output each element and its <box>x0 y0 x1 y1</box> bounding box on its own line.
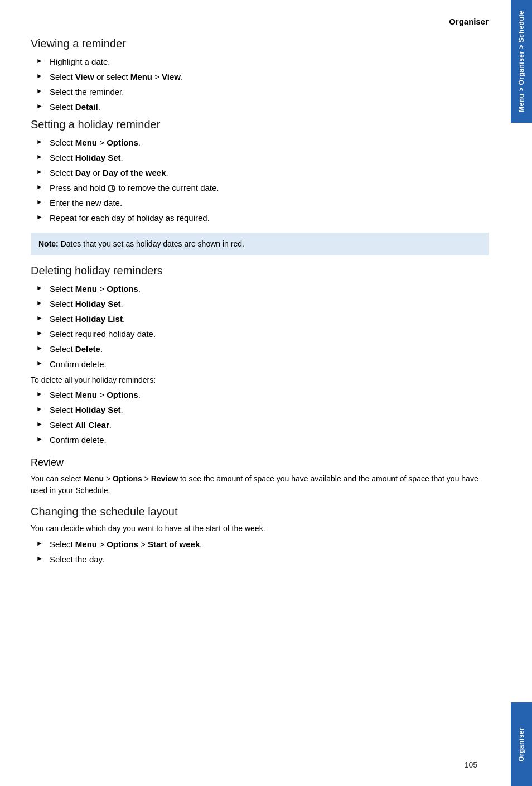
sidebar-bottom-text: Organiser <box>518 727 525 761</box>
bullet-arrow-icon: ► <box>36 419 45 429</box>
list-item: ► Select View or select Menu > View. <box>36 71 489 83</box>
bullet-text: Select the reminder. <box>50 86 489 98</box>
setting-bullet-list: ► Select Menu > Options. ► Select Holida… <box>36 137 489 224</box>
bullet-text: Select Menu > Options > Start of week. <box>50 538 489 550</box>
bullet-text: Repeat for each day of holiday as requir… <box>50 212 489 224</box>
bullet-arrow-icon: ► <box>36 197 45 207</box>
bullet-arrow-icon: ► <box>36 298 45 308</box>
bullet-text: Enter the new date. <box>50 197 489 209</box>
sub-text: To delete all your holiday reminders: <box>31 375 489 384</box>
bullet-arrow-icon: ► <box>36 404 45 414</box>
list-item: ► Select Menu > Options. <box>36 283 489 295</box>
bullet-arrow-icon: ► <box>36 554 45 563</box>
clock-icon <box>108 185 115 192</box>
bullet-arrow-icon: ► <box>36 213 45 222</box>
bullet-arrow-icon: ► <box>36 329 45 338</box>
sidebar-top-text: Menu > Organiser > Schedule <box>518 11 525 112</box>
bullet-arrow-icon: ► <box>36 56 45 66</box>
page-section-header: Organiser <box>31 17 489 26</box>
section-title-layout: Changing the schedule layout <box>31 505 489 518</box>
bullet-text: Select required holiday date. <box>50 328 489 340</box>
main-content: Organiser Viewing a reminder ► Highlight… <box>0 0 511 786</box>
list-item: ► Confirm delete. <box>36 434 489 446</box>
list-item: ► Select Holiday Set. <box>36 404 489 416</box>
list-item: ► Highlight a date. <box>36 56 489 67</box>
list-item: ► Select Holiday List. <box>36 313 489 325</box>
bullet-text: Select All Clear. <box>50 419 489 431</box>
bullet-arrow-icon: ► <box>36 283 45 293</box>
note-box: Note: Dates that you set as holiday date… <box>31 233 489 255</box>
list-item: ► Select Holiday Set. <box>36 152 489 163</box>
list-item: ► Select Menu > Options. <box>36 389 489 401</box>
bullet-arrow-icon: ► <box>36 314 45 323</box>
list-item: ► Repeat for each day of holiday as requ… <box>36 212 489 224</box>
section-deleting-holiday: Deleting holiday reminders ► Select Menu… <box>31 264 489 446</box>
bullet-text: Select Holiday List. <box>50 313 489 325</box>
bullet-arrow-icon: ► <box>36 137 45 147</box>
bullet-text: Press and hold to remove the current dat… <box>50 182 489 194</box>
list-item: ► Select Day or Day of the week. <box>36 167 489 179</box>
bullet-text: Select Day or Day of the week. <box>50 167 489 179</box>
list-item: ► Press and hold to remove the current d… <box>36 182 489 194</box>
bullet-text: Select Menu > Options. <box>50 137 489 148</box>
organiser-label: Organiser <box>449 17 489 26</box>
delete-all-bullet-list: ► Select Menu > Options. ► Select Holida… <box>36 389 489 446</box>
bullet-text: Select Menu > Options. <box>50 283 489 295</box>
bullet-arrow-icon: ► <box>36 359 45 368</box>
layout-intro: You can decide which day you want to hav… <box>31 524 489 533</box>
page-number: 105 <box>465 760 477 769</box>
section-title-deleting: Deleting holiday reminders <box>31 264 489 277</box>
bullet-text: Select Holiday Set. <box>50 152 489 163</box>
deleting-bullet-list: ► Select Menu > Options. ► Select Holida… <box>36 283 489 370</box>
bullet-arrow-icon: ► <box>36 539 45 548</box>
bullet-text: Select the day. <box>50 553 489 565</box>
page-container: Organiser Viewing a reminder ► Highlight… <box>0 0 532 786</box>
viewing-bullet-list: ► Highlight a date. ► Select View or sel… <box>36 56 489 113</box>
note-label: Note: Dates that you set as holiday date… <box>38 239 244 248</box>
list-item: ► Select Menu > Options. <box>36 137 489 148</box>
section-changing-layout: Changing the schedule layout You can dec… <box>31 505 489 565</box>
section-setting-holiday: Setting a holiday reminder ► Select Menu… <box>31 118 489 255</box>
list-item: ► Select the day. <box>36 553 489 565</box>
list-item: ► Select Detail. <box>36 101 489 113</box>
list-item: ► Select required holiday date. <box>36 328 489 340</box>
list-item: ► Select Menu > Options > Start of week. <box>36 538 489 550</box>
bullet-arrow-icon: ► <box>36 167 45 177</box>
sidebar-top-label: Menu > Organiser > Schedule <box>511 0 532 123</box>
list-item: ► Select Holiday Set. <box>36 298 489 310</box>
bullet-arrow-icon: ► <box>36 86 45 96</box>
bullet-text: Highlight a date. <box>50 56 489 67</box>
bullet-text: Confirm delete. <box>50 358 489 370</box>
bullet-text: Select View or select Menu > View. <box>50 71 489 83</box>
list-item: ► Enter the new date. <box>36 197 489 209</box>
sidebar-bottom-label: Organiser <box>511 702 532 786</box>
bullet-arrow-icon: ► <box>36 71 45 81</box>
section-viewing-reminder: Viewing a reminder ► Highlight a date. ►… <box>31 37 489 113</box>
bullet-text: Select Holiday Set. <box>50 298 489 310</box>
bullet-text: Select Delete. <box>50 343 489 355</box>
bullet-arrow-icon: ► <box>36 344 45 353</box>
section-title-viewing: Viewing a reminder <box>31 37 489 50</box>
section-title-setting: Setting a holiday reminder <box>31 118 489 131</box>
list-item: ► Confirm delete. <box>36 358 489 370</box>
bullet-text: Confirm delete. <box>50 434 489 446</box>
bullet-arrow-icon: ► <box>36 182 45 192</box>
layout-bullet-list: ► Select Menu > Options > Start of week.… <box>36 538 489 565</box>
bullet-text: Select Menu > Options. <box>50 389 489 401</box>
bullet-arrow-icon: ► <box>36 152 45 162</box>
right-sidebar: Menu > Organiser > Schedule Organiser <box>511 0 532 786</box>
section-review: Review You can select Menu > Options > R… <box>31 457 489 496</box>
sidebar-gap <box>511 123 532 702</box>
bullet-arrow-icon: ► <box>36 102 45 111</box>
list-item: ► Select Delete. <box>36 343 489 355</box>
bullet-text: Select Holiday Set. <box>50 404 489 416</box>
review-title: Review <box>31 457 489 469</box>
bullet-arrow-icon: ► <box>36 389 45 399</box>
bullet-text: Select Detail. <box>50 101 489 113</box>
list-item: ► Select All Clear. <box>36 419 489 431</box>
bullet-arrow-icon: ► <box>36 435 45 444</box>
list-item: ► Select the reminder. <box>36 86 489 98</box>
review-text: You can select Menu > Options > Review t… <box>31 473 489 496</box>
